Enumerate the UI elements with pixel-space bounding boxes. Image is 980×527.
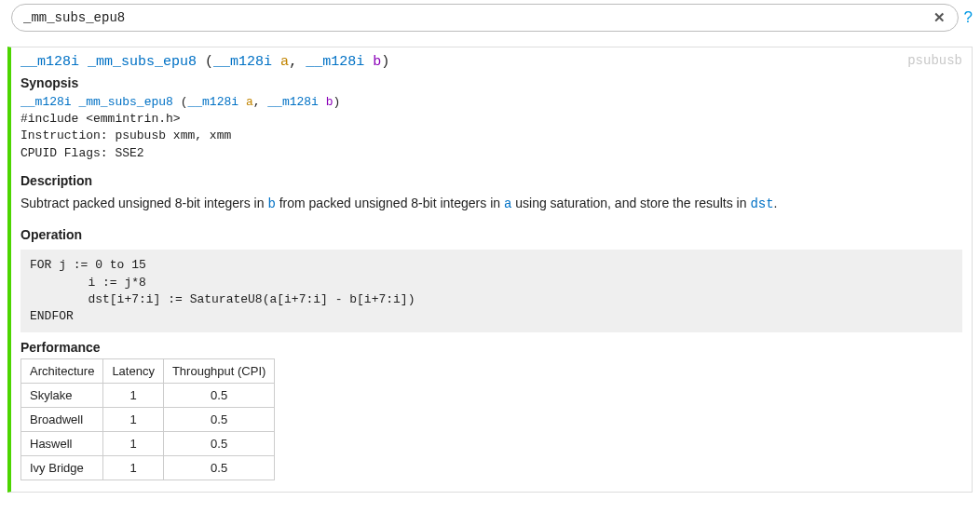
synopsis-instruction: Instruction: psubusb xmm, xmm bbox=[20, 128, 962, 144]
cell-arch: Broadwell bbox=[21, 408, 103, 432]
table-row: Skylake 1 0.5 bbox=[21, 384, 275, 408]
cell-throughput: 0.5 bbox=[163, 384, 274, 408]
description-section: Description Subtract packed unsigned 8-b… bbox=[11, 168, 972, 223]
clear-search-button[interactable]: ✕ bbox=[930, 7, 950, 28]
sig-sep: , bbox=[289, 54, 306, 70]
performance-heading: Performance bbox=[20, 340, 962, 355]
table-row: Haswell 1 0.5 bbox=[21, 432, 275, 456]
search-input[interactable] bbox=[23, 10, 930, 25]
sig-space3 bbox=[364, 54, 373, 70]
performance-section: Performance Architecture Latency Through… bbox=[11, 334, 972, 492]
sig-p1-type: __m128i bbox=[213, 54, 272, 70]
card-header[interactable]: __m128i _mm_subs_epu8 (__m128i a, __m128… bbox=[11, 47, 972, 70]
sig-p2-name: b bbox=[373, 54, 381, 70]
cell-arch: Ivy Bridge bbox=[21, 456, 103, 480]
performance-table: Architecture Latency Throughput (CPI) Sk… bbox=[20, 358, 275, 480]
sig-p2-type: __m128i bbox=[306, 54, 364, 70]
signature: __m128i _mm_subs_epu8 (__m128i a, __m128… bbox=[20, 54, 389, 70]
description-heading: Description bbox=[20, 173, 962, 188]
search-bar: ✕ ? bbox=[0, 0, 980, 35]
cell-latency: 1 bbox=[103, 408, 164, 432]
cell-latency: 1 bbox=[103, 456, 164, 480]
synopsis-cpuid: CPUID Flags: SSE2 bbox=[20, 145, 962, 162]
cell-arch: Skylake bbox=[21, 384, 103, 408]
sig-name: _mm_subs_epu8 bbox=[88, 54, 197, 70]
sig-close: ) bbox=[381, 54, 389, 70]
operation-section: Operation bbox=[11, 222, 972, 248]
cell-latency: 1 bbox=[103, 432, 164, 456]
cell-throughput: 0.5 bbox=[163, 456, 274, 480]
synopsis-heading: Synopsis bbox=[20, 75, 962, 90]
table-row: Broadwell 1 0.5 bbox=[21, 408, 275, 432]
search-input-container: ✕ bbox=[11, 4, 959, 32]
cell-throughput: 0.5 bbox=[163, 408, 274, 432]
cell-arch: Haswell bbox=[21, 432, 103, 456]
synopsis-section: Synopsis __m128i _mm_subs_epu8 (__m128i … bbox=[11, 70, 972, 168]
operation-code: FOR j := 0 to 15 i := j*8 dst[i+7:i] := … bbox=[20, 250, 962, 332]
cell-latency: 1 bbox=[103, 384, 164, 408]
col-throughput: Throughput (CPI) bbox=[163, 359, 274, 384]
sig-return-type: __m128i bbox=[20, 54, 79, 70]
instruction-mnemonic: psubusb bbox=[907, 53, 962, 68]
synopsis-include: #include <emmintrin.h> bbox=[20, 111, 962, 128]
sig-open: ( bbox=[197, 54, 213, 70]
description-text: Subtract packed unsigned 8-bit integers … bbox=[20, 192, 962, 217]
cell-throughput: 0.5 bbox=[163, 432, 274, 456]
intrinsic-card: __m128i _mm_subs_epu8 (__m128i a, __m128… bbox=[7, 47, 973, 493]
synopsis-signature: __m128i _mm_subs_epu8 (__m128i a, __m128… bbox=[20, 94, 962, 111]
col-latency: Latency bbox=[103, 359, 164, 384]
help-link[interactable]: ? bbox=[964, 8, 973, 27]
col-architecture: Architecture bbox=[21, 359, 103, 384]
table-row: Ivy Bridge 1 0.5 bbox=[21, 456, 275, 480]
sig-p1-name: a bbox=[280, 54, 289, 70]
table-header-row: Architecture Latency Throughput (CPI) bbox=[21, 359, 275, 384]
operation-heading: Operation bbox=[20, 227, 962, 242]
sig-space2 bbox=[272, 54, 280, 70]
